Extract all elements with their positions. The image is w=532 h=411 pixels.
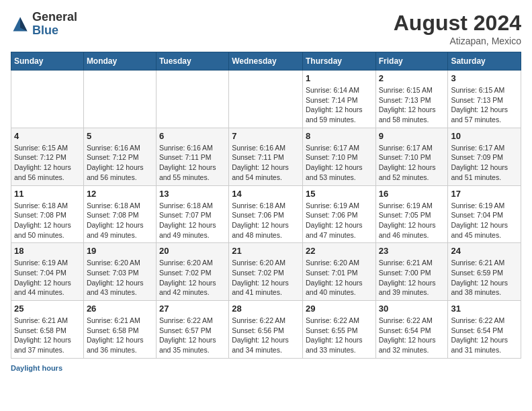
footer: Daylight hours [11, 364, 521, 372]
day-info: Sunrise: 6:22 AMSunset: 6:56 PMDaylight:… [232, 316, 300, 355]
day-info: Sunrise: 6:16 AMSunset: 7:11 PMDaylight:… [232, 143, 300, 183]
day-number: 24 [451, 246, 518, 256]
day-number: 15 [306, 189, 373, 199]
day-number: 28 [232, 304, 300, 314]
day-number: 7 [232, 131, 300, 141]
calendar-cell: 16 Sunrise: 6:19 AMSunset: 7:05 PMDaylig… [375, 185, 448, 243]
calendar-cell: 15 Sunrise: 6:19 AMSunset: 7:06 PMDaylig… [302, 185, 375, 243]
day-info: Sunrise: 6:17 AMSunset: 7:10 PMDaylight:… [306, 143, 373, 183]
day-info: Sunrise: 6:21 AMSunset: 6:59 PMDaylight:… [451, 258, 518, 298]
calendar-cell: 12 Sunrise: 6:18 AMSunset: 7:08 PMDaylig… [83, 185, 156, 243]
logo-icon [11, 15, 30, 34]
day-info: Sunrise: 6:14 AMSunset: 7:14 PMDaylight:… [306, 85, 373, 125]
calendar-cell: 19 Sunrise: 6:20 AMSunset: 7:03 PMDaylig… [83, 243, 156, 301]
day-info: Sunrise: 6:19 AMSunset: 7:04 PMDaylight:… [451, 201, 518, 240]
day-number: 2 [379, 73, 445, 83]
day-number: 27 [159, 304, 226, 314]
day-number: 13 [159, 189, 226, 199]
logo: General Blue [11, 11, 77, 38]
day-info: Sunrise: 6:17 AMSunset: 7:10 PMDaylight:… [379, 143, 445, 183]
day-number: 9 [379, 131, 445, 141]
day-number: 8 [306, 131, 373, 141]
day-info: Sunrise: 6:15 AMSunset: 7:13 PMDaylight:… [379, 85, 445, 125]
day-number: 22 [306, 246, 373, 256]
calendar-cell: 11 Sunrise: 6:18 AMSunset: 7:08 PMDaylig… [11, 185, 84, 243]
calendar-cell [11, 71, 84, 128]
calendar-week-row: 4 Sunrise: 6:15 AMSunset: 7:12 PMDayligh… [11, 128, 521, 185]
day-number: 11 [14, 189, 81, 199]
calendar-cell: 21 Sunrise: 6:20 AMSunset: 7:02 PMDaylig… [229, 243, 303, 301]
calendar-cell: 13 Sunrise: 6:18 AMSunset: 7:07 PMDaylig… [156, 185, 228, 243]
day-info: Sunrise: 6:20 AMSunset: 7:02 PMDaylight:… [232, 258, 300, 298]
calendar-cell: 22 Sunrise: 6:20 AMSunset: 7:01 PMDaylig… [302, 243, 375, 301]
day-number: 18 [14, 246, 81, 256]
calendar-cell: 9 Sunrise: 6:17 AMSunset: 7:10 PMDayligh… [375, 128, 448, 185]
day-number: 31 [451, 304, 518, 314]
footer-label: Daylight hours [11, 364, 62, 372]
day-number: 19 [87, 246, 153, 256]
day-info: Sunrise: 6:18 AMSunset: 7:07 PMDaylight:… [159, 201, 226, 240]
calendar-day-header: Thursday [302, 52, 375, 71]
calendar-week-row: 11 Sunrise: 6:18 AMSunset: 7:08 PMDaylig… [11, 185, 521, 243]
calendar-table: SundayMondayTuesdayWednesdayThursdayFrid… [11, 52, 521, 359]
day-number: 6 [159, 131, 226, 141]
day-info: Sunrise: 6:19 AMSunset: 7:05 PMDaylight:… [379, 201, 445, 240]
day-info: Sunrise: 6:19 AMSunset: 7:06 PMDaylight:… [306, 201, 373, 240]
day-info: Sunrise: 6:18 AMSunset: 7:08 PMDaylight:… [14, 201, 81, 240]
page-header: General Blue August 2024 Atizapan, Mexic… [11, 11, 521, 46]
day-info: Sunrise: 6:20 AMSunset: 7:01 PMDaylight:… [306, 258, 373, 298]
day-info: Sunrise: 6:15 AMSunset: 7:12 PMDaylight:… [14, 143, 81, 183]
calendar-day-header: Monday [83, 52, 156, 71]
calendar-cell: 5 Sunrise: 6:16 AMSunset: 7:12 PMDayligh… [83, 128, 156, 185]
calendar-cell: 8 Sunrise: 6:17 AMSunset: 7:10 PMDayligh… [302, 128, 375, 185]
calendar-header-row: SundayMondayTuesdayWednesdayThursdayFrid… [11, 52, 521, 71]
calendar-cell: 23 Sunrise: 6:21 AMSunset: 7:00 PMDaylig… [375, 243, 448, 301]
day-number: 26 [87, 304, 153, 314]
calendar-cell: 26 Sunrise: 6:21 AMSunset: 6:58 PMDaylig… [83, 301, 156, 359]
calendar-cell: 28 Sunrise: 6:22 AMSunset: 6:56 PMDaylig… [229, 301, 303, 359]
day-info: Sunrise: 6:19 AMSunset: 7:04 PMDaylight:… [14, 258, 81, 298]
month-year: August 2024 [394, 11, 521, 36]
calendar-cell [83, 71, 156, 128]
day-number: 20 [159, 246, 226, 256]
day-info: Sunrise: 6:21 AMSunset: 7:00 PMDaylight:… [379, 258, 445, 298]
calendar-day-header: Friday [375, 52, 448, 71]
day-info: Sunrise: 6:21 AMSunset: 6:58 PMDaylight:… [14, 316, 81, 355]
calendar-cell: 24 Sunrise: 6:21 AMSunset: 6:59 PMDaylig… [448, 243, 521, 301]
day-info: Sunrise: 6:18 AMSunset: 7:08 PMDaylight:… [87, 201, 153, 240]
day-info: Sunrise: 6:16 AMSunset: 7:11 PMDaylight:… [159, 143, 226, 183]
day-info: Sunrise: 6:20 AMSunset: 7:02 PMDaylight:… [159, 258, 226, 298]
day-info: Sunrise: 6:22 AMSunset: 6:54 PMDaylight:… [379, 316, 445, 355]
calendar-week-row: 25 Sunrise: 6:21 AMSunset: 6:58 PMDaylig… [11, 301, 521, 359]
calendar-day-header: Sunday [11, 52, 84, 71]
calendar-week-row: 18 Sunrise: 6:19 AMSunset: 7:04 PMDaylig… [11, 243, 521, 301]
day-number: 5 [87, 131, 153, 141]
calendar-day-header: Wednesday [229, 52, 303, 71]
calendar-cell: 18 Sunrise: 6:19 AMSunset: 7:04 PMDaylig… [11, 243, 84, 301]
calendar-week-row: 1 Sunrise: 6:14 AMSunset: 7:14 PMDayligh… [11, 71, 521, 128]
calendar-cell: 7 Sunrise: 6:16 AMSunset: 7:11 PMDayligh… [229, 128, 303, 185]
day-number: 16 [379, 189, 445, 199]
calendar-cell: 1 Sunrise: 6:14 AMSunset: 7:14 PMDayligh… [302, 71, 375, 128]
day-info: Sunrise: 6:20 AMSunset: 7:03 PMDaylight:… [87, 258, 153, 298]
day-info: Sunrise: 6:21 AMSunset: 6:58 PMDaylight:… [87, 316, 153, 355]
day-number: 21 [232, 246, 300, 256]
logo-text: General Blue [32, 11, 77, 38]
calendar-cell: 3 Sunrise: 6:15 AMSunset: 7:13 PMDayligh… [448, 71, 521, 128]
day-number: 17 [451, 189, 518, 199]
calendar-cell: 31 Sunrise: 6:22 AMSunset: 6:54 PMDaylig… [448, 301, 521, 359]
day-number: 10 [451, 131, 518, 141]
location: Atizapan, Mexico [394, 36, 521, 46]
calendar-cell: 25 Sunrise: 6:21 AMSunset: 6:58 PMDaylig… [11, 301, 84, 359]
day-number: 1 [306, 73, 373, 83]
calendar-cell: 6 Sunrise: 6:16 AMSunset: 7:11 PMDayligh… [156, 128, 228, 185]
calendar-cell: 27 Sunrise: 6:22 AMSunset: 6:57 PMDaylig… [156, 301, 228, 359]
day-number: 14 [232, 189, 300, 199]
day-number: 25 [14, 304, 81, 314]
calendar-cell [156, 71, 228, 128]
day-info: Sunrise: 6:16 AMSunset: 7:12 PMDaylight:… [87, 143, 153, 183]
calendar-cell [229, 71, 303, 128]
day-number: 30 [379, 304, 445, 314]
title-block: August 2024 Atizapan, Mexico [394, 11, 521, 46]
day-info: Sunrise: 6:18 AMSunset: 7:06 PMDaylight:… [232, 201, 300, 240]
